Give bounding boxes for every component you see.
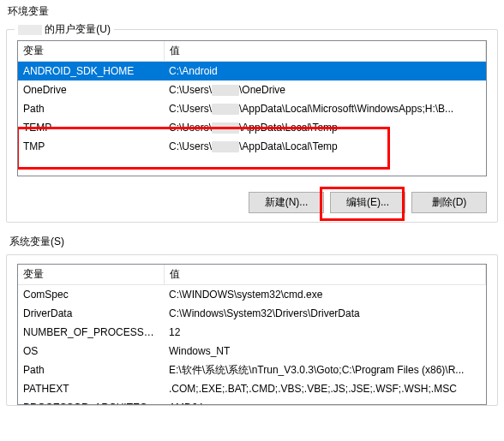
user-delete-button[interactable]: 删除(D): [411, 192, 487, 213]
username-redacted: [212, 122, 239, 134]
table-row[interactable]: PathC:\Users\\AppData\Local\Microsoft\Wi…: [18, 99, 486, 118]
var-name-cell: Path: [18, 361, 164, 379]
var-name-cell: Path: [18, 99, 164, 118]
table-row[interactable]: ComSpecC:\WINDOWS\system32\cmd.exe: [18, 285, 486, 305]
var-name-cell: ANDROID_SDK_HOME: [18, 62, 164, 81]
user-new-button[interactable]: 新建(N)...: [249, 192, 324, 213]
table-row[interactable]: ANDROID_SDK_HOMEC:\Android: [18, 62, 486, 81]
sys-col-variable[interactable]: 变量: [18, 265, 164, 285]
user-col-variable[interactable]: 变量: [18, 41, 164, 62]
var-name-cell: OneDrive: [18, 80, 164, 99]
sys-vars-group: 变量 值 ComSpecC:\WINDOWS\system32\cmd.exeD…: [6, 254, 498, 406]
table-row[interactable]: PROCESSOR_ARCHITECT...AMD64: [18, 398, 486, 405]
dialog-title: 环境变量: [8, 4, 498, 19]
user-vars-table[interactable]: 变量 值 ANDROID_SDK_HOMEC:\AndroidOneDriveC…: [18, 41, 486, 156]
var-name-cell: PROCESSOR_ARCHITECT...: [18, 398, 164, 405]
var-value-cell: C:\Users\\AppData\Local\Temp: [164, 118, 486, 137]
username-redacted: [18, 25, 42, 35]
user-vars-group-label: 的用户变量(U): [15, 22, 114, 37]
var-value-cell: C:\WINDOWS\system32\cmd.exe: [164, 285, 486, 305]
table-row[interactable]: DriverDataC:\Windows\System32\Drivers\Dr…: [18, 304, 486, 323]
sys-vars-table[interactable]: 变量 值 ComSpecC:\WINDOWS\system32\cmd.exeD…: [18, 265, 486, 405]
username-redacted: [212, 104, 239, 115]
sys-vars-group-label: 系统变量(S): [9, 235, 498, 249]
user-buttons-row: 新建(N)... 编辑(E)... 删除(D): [17, 192, 487, 213]
username-redacted: [212, 141, 239, 152]
var-value-cell: C:\Users\\OneDrive: [164, 80, 486, 99]
var-name-cell: ComSpec: [18, 285, 164, 305]
username-redacted: [212, 85, 239, 96]
var-value-cell: C:\Users\\AppData\Local\Temp: [164, 137, 486, 156]
user-vars-label-text: 的用户变量(U): [45, 23, 111, 35]
var-value-cell: C:\Users\\AppData\Local\Microsoft\Window…: [164, 99, 486, 118]
var-name-cell: TMP: [18, 137, 164, 156]
var-value-cell: 12: [164, 323, 486, 342]
table-row[interactable]: OneDriveC:\Users\\OneDrive: [18, 80, 486, 99]
var-value-cell: C:\Windows\System32\Drivers\DriverData: [164, 304, 486, 323]
user-vars-table-wrap: 变量 值 ANDROID_SDK_HOMEC:\AndroidOneDriveC…: [17, 40, 487, 176]
table-row[interactable]: PATHEXT.COM;.EXE;.BAT;.CMD;.VBS;.VBE;.JS…: [18, 379, 486, 398]
var-value-cell: E:\软件\系统\系统\nTrun_V3.0.3\Goto;C:\Program…: [164, 361, 486, 379]
var-value-cell: Windows_NT: [164, 342, 486, 361]
table-row[interactable]: TMPC:\Users\\AppData\Local\Temp: [18, 137, 486, 156]
var-name-cell: NUMBER_OF_PROCESSORS: [18, 323, 164, 342]
env-vars-dialog: 环境变量 的用户变量(U) 变量 值 ANDROID_SDK_HOMEC:\An…: [0, 0, 504, 441]
var-name-cell: OS: [18, 342, 164, 361]
var-name-cell: DriverData: [18, 304, 164, 323]
table-row[interactable]: NUMBER_OF_PROCESSORS12: [18, 323, 486, 342]
sys-vars-table-wrap: 变量 值 ComSpecC:\WINDOWS\system32\cmd.exeD…: [17, 264, 487, 405]
user-vars-group: 的用户变量(U) 变量 值 ANDROID_SDK_HOMEC:\Android…: [6, 29, 498, 223]
user-col-value[interactable]: 值: [164, 41, 486, 62]
var-value-cell: .COM;.EXE;.BAT;.CMD;.VBS;.VBE;.JS;.JSE;.…: [164, 379, 486, 398]
var-value-cell: C:\Android: [164, 62, 486, 81]
var-name-cell: PATHEXT: [18, 379, 164, 398]
table-row[interactable]: OSWindows_NT: [18, 342, 486, 361]
user-edit-button[interactable]: 编辑(E)...: [330, 192, 405, 213]
sys-col-value[interactable]: 值: [164, 265, 486, 285]
table-row[interactable]: TEMPC:\Users\\AppData\Local\Temp: [18, 118, 486, 137]
var-name-cell: TEMP: [18, 118, 164, 137]
table-row[interactable]: PathE:\软件\系统\系统\nTrun_V3.0.3\Goto;C:\Pro…: [18, 361, 486, 379]
var-value-cell: AMD64: [164, 398, 486, 405]
